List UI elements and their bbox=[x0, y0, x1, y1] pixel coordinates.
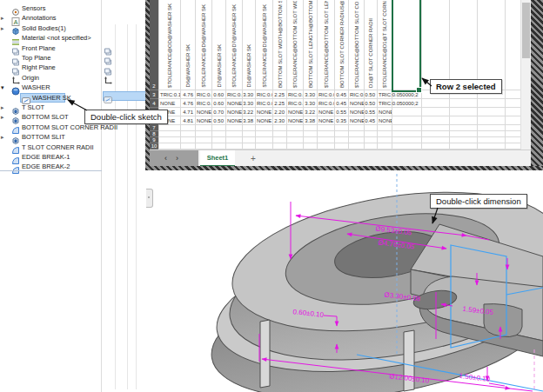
expand-icon[interactable]: ▸ bbox=[1, 103, 8, 112]
tree-item-t-slot-corner-radii[interactable]: T SLOT CORNER RADII bbox=[0, 143, 101, 152]
tree-item-solid-bodies-1-[interactable]: ▸Solid Bodies(1) bbox=[0, 23, 101, 33]
column-header[interactable]: BOTTOM SLOT CORNER RADIUS@BOTTOM bbox=[335, 0, 349, 90]
empty-cell[interactable] bbox=[196, 137, 212, 143]
row-header-9[interactable]: 9 bbox=[150, 137, 158, 143]
flyout-selected-sketch-highlight[interactable] bbox=[103, 91, 146, 101]
tree-item-material-not-specified-[interactable]: Material <not specified> bbox=[0, 33, 101, 43]
empty-cell[interactable] bbox=[181, 137, 196, 143]
column-header[interactable]: $TOLERANCE@BOTTOM SLOT CORNER R bbox=[349, 0, 365, 90]
empty-cell[interactable] bbox=[349, 143, 365, 149]
empty-cell[interactable] bbox=[212, 125, 226, 131]
tree-item-bottom-slit[interactable]: ▸BOTTOM SLIT bbox=[0, 132, 101, 142]
empty-cell[interactable] bbox=[159, 137, 181, 143]
tree-item-front-plane[interactable]: Front Plane bbox=[0, 43, 101, 53]
empty-cell[interactable] bbox=[349, 137, 365, 143]
empty-cell[interactable] bbox=[349, 125, 365, 131]
expand-icon[interactable]: ▸ bbox=[1, 132, 8, 142]
table-cell[interactable]: 0.45 bbox=[335, 90, 349, 99]
column-header[interactable]: $TOLERANCE@D1@WASHER SK bbox=[256, 0, 273, 90]
column-header[interactable]: D6@WASHER SK bbox=[181, 0, 196, 90]
empty-cell[interactable] bbox=[450, 116, 478, 125]
vertical-scrollbar[interactable] bbox=[520, 0, 531, 149]
table-cell[interactable]: NONE bbox=[196, 116, 212, 125]
empty-cell[interactable] bbox=[287, 125, 304, 131]
empty-cell[interactable] bbox=[226, 125, 243, 131]
scrollbar-thumb[interactable] bbox=[522, 3, 530, 58]
table-cell[interactable]: 4.76 bbox=[181, 99, 196, 108]
empty-cell[interactable] bbox=[422, 143, 450, 149]
empty-cell[interactable] bbox=[378, 137, 392, 143]
next-sheet-icon[interactable]: › bbox=[176, 154, 187, 163]
table-cell[interactable]: 2.30 bbox=[273, 116, 287, 125]
empty-cell[interactable] bbox=[181, 143, 196, 149]
empty-cell[interactable] bbox=[287, 143, 304, 149]
row-header-8[interactable]: 8 bbox=[150, 131, 158, 137]
empty-cell[interactable] bbox=[273, 143, 287, 149]
empty-cell[interactable] bbox=[478, 143, 506, 149]
empty-cell[interactable] bbox=[392, 116, 422, 125]
table-cell[interactable]: RIC:0.0 bbox=[256, 99, 273, 108]
table-cell[interactable]: RIC:0.0 bbox=[318, 90, 335, 99]
column-header[interactable]: $TOLERANCE@OD@WASHER SK bbox=[159, 0, 181, 90]
expand-icon[interactable]: ▸ bbox=[1, 112, 8, 122]
table-cell[interactable]: TRIC:0.1 bbox=[159, 90, 181, 99]
expand-icon[interactable]: ▸ bbox=[1, 13, 8, 23]
empty-cell[interactable] bbox=[318, 143, 335, 149]
table-cell[interactable]: RIC:0.0 bbox=[196, 90, 212, 99]
row-header-column[interactable]: 2345678910 bbox=[150, 0, 158, 149]
table-cell[interactable]: RIC:0.0 bbox=[196, 99, 212, 108]
empty-cell[interactable] bbox=[304, 143, 318, 149]
table-cell[interactable]: NONE bbox=[287, 116, 304, 125]
table-cell[interactable]: RIC:0.0 bbox=[287, 90, 304, 99]
expand-icon[interactable]: ▸ bbox=[1, 23, 8, 33]
empty-cell[interactable] bbox=[335, 143, 349, 149]
empty-cell[interactable] bbox=[318, 137, 335, 143]
empty-cell[interactable] bbox=[196, 125, 212, 131]
table-cell[interactable]: NONE bbox=[256, 108, 273, 116]
tree-item-washer[interactable]: ▾WASHER bbox=[0, 83, 101, 92]
empty-cell[interactable] bbox=[256, 125, 273, 131]
tree-panel-divider[interactable] bbox=[101, 0, 102, 392]
table-cell[interactable]: 0.35 bbox=[335, 116, 349, 125]
empty-cell[interactable] bbox=[422, 131, 450, 137]
empty-cell[interactable] bbox=[226, 131, 243, 137]
table-cell[interactable]: NONE bbox=[318, 108, 335, 116]
table-cell[interactable]: NONE bbox=[226, 108, 243, 116]
empty-cell[interactable] bbox=[256, 143, 273, 149]
empty-cell[interactable] bbox=[243, 137, 256, 143]
empty-cell[interactable] bbox=[392, 108, 422, 116]
empty-cell[interactable] bbox=[478, 116, 506, 125]
column-header[interactable]: D1@T SLOT CORNER RADII bbox=[365, 0, 378, 90]
empty-cell[interactable] bbox=[273, 131, 287, 137]
table-cell[interactable]: 2.25 bbox=[273, 99, 287, 108]
table-cell[interactable]: NONE bbox=[287, 108, 304, 116]
empty-cell[interactable] bbox=[365, 125, 378, 131]
empty-cell[interactable] bbox=[159, 131, 181, 137]
empty-header-cell[interactable] bbox=[478, 0, 506, 90]
empty-cell[interactable] bbox=[478, 131, 506, 137]
table-cell[interactable]: NONE bbox=[318, 116, 335, 125]
tree-item-annotations[interactable]: ▸AAnnotations bbox=[0, 13, 101, 23]
table-cell[interactable]: NONE bbox=[159, 99, 181, 108]
table-cell[interactable]: NONE bbox=[378, 116, 392, 125]
tree-item-origin[interactable]: Origin bbox=[0, 73, 101, 83]
table-cell[interactable]: RIC:0.0 bbox=[226, 90, 243, 99]
empty-cell[interactable] bbox=[318, 131, 335, 137]
table-cell[interactable]: 0.45 bbox=[335, 99, 349, 108]
empty-cell[interactable] bbox=[450, 143, 478, 149]
empty-cell[interactable] bbox=[422, 116, 450, 125]
fill-handle[interactable] bbox=[416, 87, 422, 93]
row-header-10[interactable]: 10 bbox=[150, 143, 158, 149]
sheet-nav-arrows[interactable]: ‹› bbox=[150, 150, 198, 166]
row-header-2[interactable]: 2 bbox=[150, 0, 158, 90]
table-cell[interactable]: RIC:0.0 bbox=[256, 90, 273, 99]
empty-cell[interactable] bbox=[450, 99, 478, 108]
table-cell[interactable]: 2.20 bbox=[273, 108, 287, 116]
empty-cell[interactable] bbox=[365, 143, 378, 149]
column-header[interactable]: D1@WASHER SK bbox=[243, 0, 256, 90]
column-header[interactable]: $TOLERANCE@BOTTOM SLOT WIDTH@B bbox=[287, 0, 304, 90]
table-cell[interactable]: NONE bbox=[349, 116, 365, 125]
panel-collapse-handle[interactable] bbox=[146, 189, 153, 208]
table-cell[interactable]: 0.55 bbox=[365, 108, 378, 116]
table-cell[interactable]: NONE bbox=[196, 108, 212, 116]
